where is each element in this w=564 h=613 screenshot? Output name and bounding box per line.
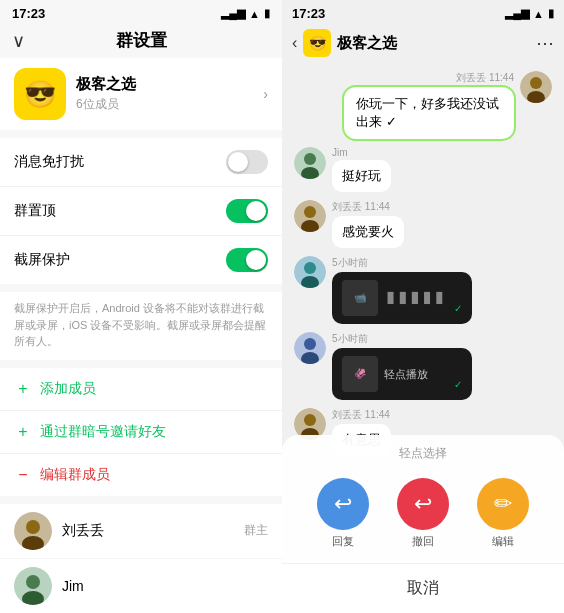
action-overlay: 轻点选择 ↩ 回复 ↩ 撤回 ✏ 编辑 取消 — [282, 435, 564, 613]
read-tick-1: ✓ — [454, 302, 462, 316]
page-title: 群设置 — [116, 29, 167, 52]
msg-time-4: 5小时前 — [332, 256, 472, 270]
add-member-label: 添加成员 — [40, 380, 96, 398]
video-info-1: ▐▌▐▌▐▌▐▌▐▌ — [384, 291, 445, 305]
wave-icon-1: ▐▌▐▌▐▌▐▌▐▌ — [384, 291, 445, 305]
svg-point-1 — [26, 520, 40, 534]
msg-bubble-3[interactable]: 感觉要火 — [332, 216, 404, 248]
group-avatar: 😎 — [14, 68, 66, 120]
group-info[interactable]: 😎 极客之选 6位成员 › — [0, 58, 282, 130]
list-item[interactable]: 刘丢丢 群主 — [0, 504, 282, 559]
toggle-knob-disturb — [228, 152, 248, 172]
more-icon[interactable]: ⋯ — [536, 32, 554, 54]
status-bar-left: 17:23 ▂▄▆ ▲ ▮ — [0, 0, 282, 25]
battery-icon: ▮ — [264, 7, 270, 20]
setting-row-pin: 群置顶 — [0, 187, 282, 236]
svg-point-22 — [304, 262, 316, 274]
msg-text-2: 挺好玩 — [342, 168, 381, 183]
edit-member-row[interactable]: − 编辑群成员 — [0, 454, 282, 496]
msg-avatar-jim — [294, 147, 326, 179]
setting-label-screenshot: 截屏保护 — [14, 251, 70, 269]
toggle-pin[interactable] — [226, 199, 268, 223]
edit-action[interactable]: ✏ 编辑 — [477, 478, 529, 549]
toggle-disturb[interactable] — [226, 150, 268, 174]
message-row: Jim 挺好玩 — [288, 147, 558, 192]
svg-point-28 — [304, 414, 316, 426]
setting-label-pin: 群置顶 — [14, 202, 56, 220]
svg-point-25 — [304, 338, 316, 350]
group-members: 6位成员 — [76, 96, 263, 113]
reply-label: 回复 — [332, 534, 354, 549]
svg-point-19 — [304, 206, 316, 218]
group-settings-header: ∨ 群设置 — [0, 25, 282, 58]
right-panel: 17:23 ▂▄▆ ▲ ▮ ‹ 😎 极客之选 ⋯ 刘丢丢 11:44 你玩一 — [282, 0, 564, 613]
msg-sender-time-3: 刘丢丢 11:44 — [332, 200, 404, 214]
chat-title: 极客之选 — [337, 34, 536, 53]
wifi-icon: ▲ — [249, 8, 260, 20]
time-left: 17:23 — [12, 6, 45, 21]
member-section: 刘丢丢 群主 Jim SeaGreen Shelly — [0, 504, 282, 614]
msg-time-1: 11:44 — [489, 72, 514, 83]
minus-icon: − — [14, 466, 32, 484]
msg-sender-3: 刘丢丢 — [332, 201, 362, 212]
video-bubble-1[interactable]: 📹 ▐▌▐▌▐▌▐▌▐▌ ✓ — [332, 272, 472, 324]
video-thumb-1: 📹 — [342, 280, 378, 316]
overlay-actions: ↩ 回复 ↩ 撤回 ✏ 编辑 — [282, 470, 564, 561]
back-icon[interactable]: ∨ — [12, 30, 25, 52]
msg-sender-2: Jim — [332, 147, 348, 158]
video-thumb-2: 🦑 — [342, 356, 378, 392]
list-item[interactable]: Jim — [0, 559, 282, 614]
group-text: 极客之选 6位成员 — [76, 75, 263, 113]
msg-sender-time-1: 刘丢丢 11:44 — [344, 71, 514, 85]
action-section: + 添加成员 + 通过群暗号邀请好友 − 编辑群成员 — [0, 368, 282, 496]
setting-row-screenshot: 截屏保护 — [0, 236, 282, 284]
video-bubble-2[interactable]: 🦑 轻点播放 ✓ — [332, 348, 472, 400]
edit-member-label: 编辑群成员 — [40, 466, 110, 484]
selected-bubble[interactable]: 你玩一下，好多我还没试出来 ✓ — [344, 87, 514, 139]
status-bar-right: 17:23 ▂▄▆ ▲ ▮ — [282, 0, 564, 25]
edit-label: 编辑 — [492, 534, 514, 549]
notice-text: 截屏保护开启后，Android 设备将不能对该群进行截屏或录屏，iOS 设备不受… — [0, 292, 282, 360]
status-icons-left: ▂▄▆ ▲ ▮ — [221, 7, 270, 20]
status-icons-right: ▂▄▆ ▲ ▮ — [505, 7, 554, 20]
revoke-icon: ↩ — [397, 478, 449, 530]
msg-avatar-liusan1 — [520, 71, 552, 103]
reply-action[interactable]: ↩ 回复 — [317, 478, 369, 549]
svg-point-4 — [26, 575, 40, 589]
left-panel: 17:23 ▂▄▆ ▲ ▮ ∨ 群设置 😎 极客之选 6位成员 › 消息免打扰 … — [0, 0, 282, 613]
msg-text-1: 你玩一下，好多我还没试出来 ✓ — [356, 96, 499, 129]
message-row: 刘丢丢 11:44 你玩一下，好多我还没试出来 ✓ — [288, 71, 558, 139]
toggle-knob-screenshot — [246, 250, 266, 270]
add-icon: + — [14, 380, 32, 398]
msg-content-4: 5小时前 📹 ▐▌▐▌▐▌▐▌▐▌ ✓ — [332, 256, 472, 324]
edit-icon: ✏ — [477, 478, 529, 530]
signal-icon-right: ▂▄▆ — [505, 7, 529, 20]
overlay-title: 轻点选择 — [282, 445, 564, 470]
add-member-row[interactable]: + 添加成员 — [0, 368, 282, 411]
chat-back-icon[interactable]: ‹ — [292, 34, 297, 52]
video-tap-label: 轻点播放 — [384, 367, 428, 382]
invite-icon: + — [14, 423, 32, 441]
cancel-label: 取消 — [407, 579, 439, 596]
invite-friend-row[interactable]: + 通过群暗号邀请好友 — [0, 411, 282, 454]
chat-header: ‹ 😎 极客之选 ⋯ — [282, 25, 564, 63]
revoke-action[interactable]: ↩ 撤回 — [397, 478, 449, 549]
battery-icon-right: ▮ — [548, 7, 554, 20]
member-name-liusan: 刘丢丢 — [62, 522, 244, 540]
msg-sender-time-6: 刘丢丢 11:44 — [332, 408, 391, 422]
toggle-knob-pin — [246, 201, 266, 221]
msg-content-5: 5小时前 🦑 轻点播放 ✓ — [332, 332, 472, 400]
cancel-button[interactable]: 取消 — [282, 563, 564, 613]
msg-time-3: 11:44 — [365, 201, 390, 212]
msg-avatar-video1 — [294, 256, 326, 288]
msg-bubble-2[interactable]: 挺好玩 — [332, 160, 391, 192]
read-tick-2: ✓ — [454, 378, 462, 392]
group-name: 极客之选 — [76, 75, 263, 94]
toggle-screenshot[interactable] — [226, 248, 268, 272]
msg-sender-1: 刘丢丢 — [456, 72, 486, 83]
msg-content-1: 刘丢丢 11:44 你玩一下，好多我还没试出来 ✓ — [344, 71, 514, 139]
setting-label-disturb: 消息免打扰 — [14, 153, 84, 171]
avatar-jim — [14, 567, 52, 605]
msg-content-3: 刘丢丢 11:44 感觉要火 — [332, 200, 404, 248]
msg-sender-6: 刘丢丢 — [332, 409, 362, 420]
